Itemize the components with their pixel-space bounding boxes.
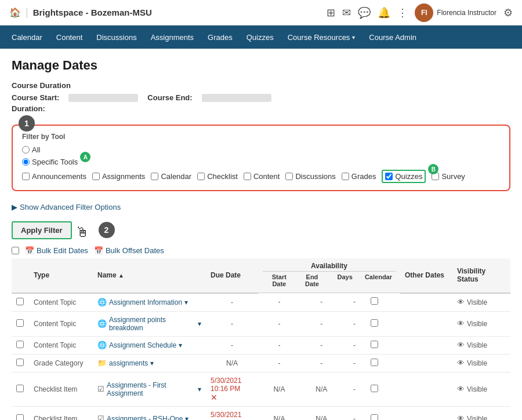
nav-calendar[interactable]: Calendar xyxy=(5,27,49,48)
calendar-checkbox-row[interactable] xyxy=(371,341,378,348)
sort-icon: ▲ xyxy=(118,272,124,279)
nav-content[interactable]: Content xyxy=(49,27,90,48)
chat-icon[interactable]: 💬 xyxy=(358,6,371,19)
all-radio[interactable] xyxy=(22,146,30,154)
type-cell: Content Topic xyxy=(29,336,93,354)
row-select-checkbox[interactable] xyxy=(16,385,24,392)
content-checkbox[interactable] xyxy=(244,173,251,180)
content-label[interactable]: Content xyxy=(253,172,280,181)
checkbox-assignments: Assignments xyxy=(92,172,145,181)
row-select-checkbox[interactable] xyxy=(16,319,24,327)
checklist-checkbox[interactable] xyxy=(197,173,205,180)
days-cell: - xyxy=(343,372,366,406)
nav-quizzes[interactable]: Quizzes xyxy=(240,27,281,48)
calendar-checkbox[interactable] xyxy=(151,173,158,180)
apply-filter-button[interactable]: Apply Filter xyxy=(12,221,72,239)
row-select-checkbox[interactable] xyxy=(16,414,24,421)
discussions-label[interactable]: Discussions xyxy=(295,172,335,181)
calendar-checkbox-row[interactable] xyxy=(371,414,378,421)
name-link[interactable]: 📁 assignments ▾ xyxy=(97,359,154,367)
quizzes-label[interactable]: Quizzes xyxy=(395,172,422,181)
name-link[interactable]: 🌐 Assignment points breakdown ▾ xyxy=(97,316,201,332)
gear-icon[interactable]: ⚙ xyxy=(503,6,513,19)
survey-label[interactable]: Survey xyxy=(441,172,465,181)
end-date-cell: N/A xyxy=(300,372,343,406)
days-cell: - xyxy=(343,354,366,372)
more-icon[interactable]: ⋮ xyxy=(397,6,408,19)
assignments-label[interactable]: Assignments xyxy=(102,172,145,181)
start-date-cell: - xyxy=(258,293,300,312)
type-cell: Checklist Item xyxy=(29,372,93,406)
grades-checkbox[interactable] xyxy=(342,173,349,180)
quizzes-box: Quizzes xyxy=(382,170,426,183)
due-date-cell: - xyxy=(206,311,258,336)
name-link[interactable]: 🌐 Assignment Schedule ▾ xyxy=(97,341,182,349)
th-select xyxy=(12,258,29,293)
end-date-cell: N/A xyxy=(300,406,343,420)
chevron-down-icon[interactable]: ▾ xyxy=(150,359,154,367)
bell-icon[interactable]: 🔔 xyxy=(378,6,390,19)
calendar-cell xyxy=(366,293,400,312)
chevron-down-icon[interactable]: ▾ xyxy=(198,320,201,328)
chevron-down-icon[interactable]: ▾ xyxy=(198,385,201,393)
checkbox-content: Content xyxy=(244,172,280,181)
table-row: Content Topic 🌐 Assignment Schedule ▾ - … xyxy=(12,336,510,354)
home-icon[interactable]: 🏠 xyxy=(9,7,21,18)
end-date-cell: - xyxy=(300,336,343,354)
calendar-checkbox-row[interactable] xyxy=(371,385,378,392)
name-link[interactable]: ☑ Assignments - First Assignment ▾ xyxy=(97,381,201,397)
discussions-checkbox[interactable] xyxy=(285,173,293,180)
nav-course-resources[interactable]: Course Resources ▾ xyxy=(281,27,362,48)
checkbox-survey: Survey xyxy=(432,172,465,181)
due-date-cell: 5/30/202110:16 PM ✕ xyxy=(206,372,258,406)
course-end-label: Course End: xyxy=(147,93,192,102)
row-select-checkbox[interactable] xyxy=(16,341,24,348)
duration-label: Duration: xyxy=(12,104,45,113)
chevron-down-icon[interactable]: ▾ xyxy=(185,415,188,421)
due-date-cell: - xyxy=(206,336,258,354)
select-all-checkbox[interactable] xyxy=(12,247,19,254)
end-date-cell: - xyxy=(300,293,343,312)
calendar-checkbox-row[interactable] xyxy=(371,359,378,366)
chevron-down-icon[interactable]: ▾ xyxy=(179,341,182,349)
chevron-down-icon[interactable]: ▾ xyxy=(184,298,188,306)
course-start-value xyxy=(68,94,138,102)
user-area[interactable]: FI Florencia Instructor xyxy=(415,3,496,22)
bulk-offset-dates-link[interactable]: 📅 Bulk Offset Dates xyxy=(94,246,164,255)
advanced-filter-link[interactable]: ▶ Show Advanced Filter Options xyxy=(12,203,121,211)
days-cell: - xyxy=(343,406,366,420)
checkbox-checklist: Checklist xyxy=(197,172,238,181)
other-dates-cell xyxy=(400,311,452,336)
due-date-cell: N/A xyxy=(206,354,258,372)
start-date-cell: - xyxy=(258,311,300,336)
calendar-checkbox-row[interactable] xyxy=(371,297,378,305)
row-select-checkbox[interactable] xyxy=(16,359,24,366)
bulk-edit-dates-link[interactable]: 📅 Bulk Edit Dates xyxy=(25,246,88,255)
checklist-label[interactable]: Checklist xyxy=(207,172,238,181)
grades-label[interactable]: Grades xyxy=(351,172,376,181)
name-cell: 🌐 Assignment points breakdown ▾ xyxy=(93,311,206,336)
checklist-icon: ☑ xyxy=(97,414,104,420)
calendar-label[interactable]: Calendar xyxy=(161,172,191,181)
type-cell: Content Topic xyxy=(29,293,93,312)
apply-filter-area: Apply Filter 🖱 2 xyxy=(12,220,510,240)
top-header: 🏠 | Brightspace - Bozeman-MSU ⊞ ✉ 💬 🔔 ⋮ … xyxy=(0,0,522,25)
mail-icon[interactable]: ✉ xyxy=(342,6,351,19)
assignments-checkbox[interactable] xyxy=(92,173,100,180)
name-link[interactable]: ☑ Assignments - RSH-One ▾ xyxy=(97,414,188,420)
quizzes-checkbox[interactable] xyxy=(385,173,393,180)
nav-assignments[interactable]: Assignments xyxy=(144,27,201,48)
specific-tools-radio[interactable] xyxy=(22,158,30,166)
row-select-checkbox[interactable] xyxy=(16,298,24,305)
nav-course-admin[interactable]: Course Admin xyxy=(362,27,423,48)
name-link[interactable]: 🌐 Assignment Information ▾ xyxy=(97,298,188,306)
nav-discussions[interactable]: Discussions xyxy=(89,27,143,48)
nav-grades[interactable]: Grades xyxy=(201,27,240,48)
grid-icon[interactable]: ⊞ xyxy=(327,6,335,19)
bulk-offset-dates-label: Bulk Offset Dates xyxy=(106,246,164,255)
announcements-checkbox[interactable] xyxy=(22,173,30,180)
specific-tools-label[interactable]: Specific Tools xyxy=(32,158,78,166)
announcements-label[interactable]: Announcements xyxy=(32,172,86,181)
all-label[interactable]: All xyxy=(32,145,40,154)
calendar-checkbox-row[interactable] xyxy=(371,319,378,327)
